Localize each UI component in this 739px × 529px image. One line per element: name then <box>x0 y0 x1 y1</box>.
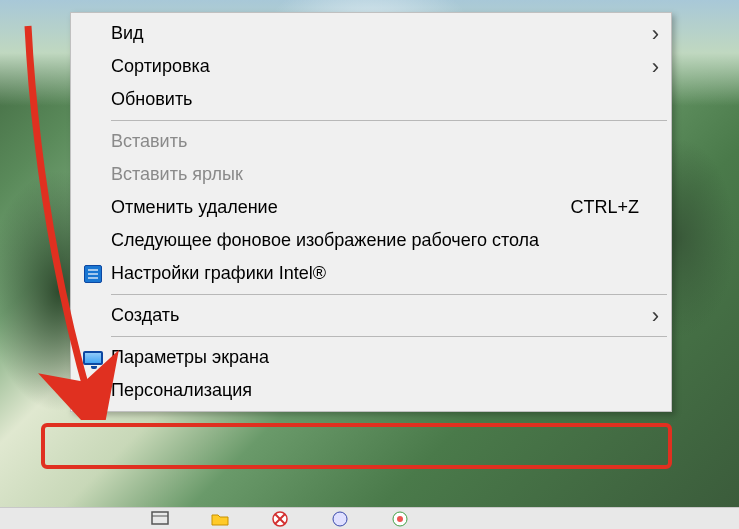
menu-item-sort[interactable]: Сортировка › <box>73 50 669 83</box>
svg-point-5 <box>333 512 347 526</box>
intel-icon <box>79 262 107 286</box>
menu-label: Настройки графики Intel® <box>107 263 659 284</box>
menu-item-paste-shortcut: Вставить ярлык <box>73 158 669 191</box>
menu-item-undo-delete[interactable]: Отменить удаление CTRL+Z <box>73 191 669 224</box>
svg-point-7 <box>397 516 403 522</box>
menu-item-refresh[interactable]: Обновить <box>73 83 669 116</box>
menu-label: Параметры экрана <box>107 347 659 368</box>
menu-label: Обновить <box>107 89 659 110</box>
taskbar-app-icon[interactable] <box>390 510 410 528</box>
blank-icon <box>79 22 107 46</box>
menu-label: Вставить ярлык <box>107 164 659 185</box>
chevron-right-icon: › <box>645 23 659 45</box>
svg-rect-0 <box>152 512 168 524</box>
taskbar-app-icon[interactable] <box>270 510 290 528</box>
menu-item-new[interactable]: Создать › <box>73 299 669 332</box>
menu-item-display-settings[interactable]: Параметры экрана <box>73 341 669 374</box>
taskbar-app-icon[interactable] <box>330 510 350 528</box>
blank-icon <box>79 130 107 154</box>
monitor-icon <box>79 346 107 370</box>
menu-label: Создать <box>107 305 659 326</box>
personalize-icon <box>79 379 107 403</box>
menu-item-personalization[interactable]: Персонализация <box>73 374 669 407</box>
blank-icon <box>79 55 107 79</box>
menu-item-next-wallpaper[interactable]: Следующее фоновое изображение рабочего с… <box>73 224 669 257</box>
blank-icon <box>79 163 107 187</box>
desktop-context-menu: Вид › Сортировка › Обновить Вставить Вст… <box>70 12 672 412</box>
menu-label: Сортировка <box>107 56 659 77</box>
menu-item-paste: Вставить <box>73 125 669 158</box>
chevron-right-icon: › <box>645 56 659 78</box>
blank-icon <box>79 304 107 328</box>
menu-separator <box>111 294 667 295</box>
blank-icon <box>79 88 107 112</box>
menu-label: Следующее фоновое изображение рабочего с… <box>107 230 659 251</box>
menu-label: Вид <box>107 23 659 44</box>
menu-shortcut: CTRL+Z <box>570 197 659 218</box>
blank-icon <box>79 196 107 220</box>
menu-separator <box>111 120 667 121</box>
menu-label: Вставить <box>107 131 659 152</box>
menu-item-intel-graphics[interactable]: Настройки графики Intel® <box>73 257 669 290</box>
menu-separator <box>111 336 667 337</box>
taskbar-icon[interactable] <box>150 510 170 528</box>
taskbar-folder-icon[interactable] <box>210 510 230 528</box>
chevron-right-icon: › <box>645 305 659 327</box>
taskbar[interactable] <box>0 507 739 529</box>
menu-item-view[interactable]: Вид › <box>73 17 669 50</box>
menu-label: Отменить удаление <box>107 197 570 218</box>
menu-label: Персонализация <box>107 380 659 401</box>
blank-icon <box>79 229 107 253</box>
